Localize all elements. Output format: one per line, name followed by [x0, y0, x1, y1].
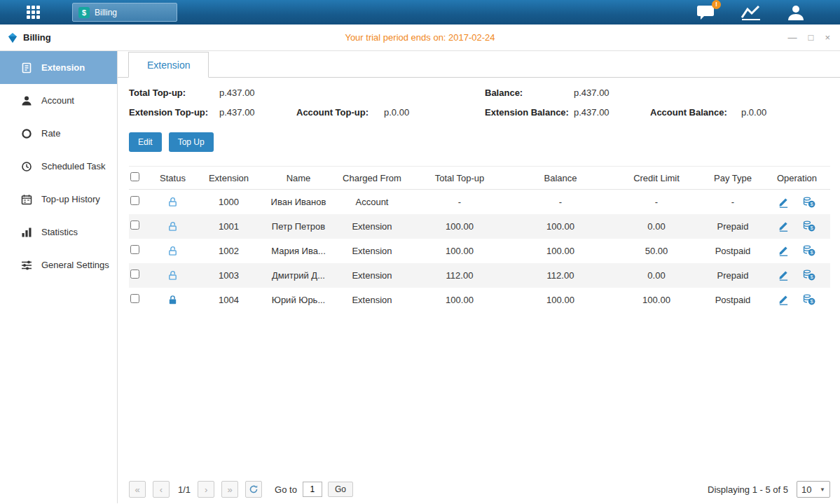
col-extension: Extension: [195, 167, 262, 190]
credit-limit-cell: 50.00: [611, 239, 702, 263]
minimize-icon[interactable]: —: [788, 32, 797, 43]
go-button[interactable]: Go: [328, 482, 353, 497]
row-checkbox[interactable]: [130, 245, 139, 254]
col-credit-limit: Credit Limit: [611, 167, 702, 190]
credit-limit-cell: 0.00: [611, 214, 702, 239]
extension-cell: 1000: [195, 190, 262, 214]
balance-cell: 100.00: [510, 239, 611, 263]
extensions-table: Status Extension Name Charged From Total…: [129, 166, 830, 312]
name-cell: Петр Петров: [262, 214, 335, 239]
select-all-checkbox[interactable]: [130, 172, 139, 181]
status-lock-icon: [167, 270, 178, 280]
row-checkbox[interactable]: [130, 270, 139, 279]
sidebar-item-scheduled-task[interactable]: Scheduled Task: [0, 150, 117, 183]
page-size-select[interactable]: 10 ▼: [797, 481, 830, 498]
extension-topup-label: Extension Top-up:: [129, 107, 219, 118]
total-topup-cell: 100.00: [409, 288, 510, 312]
col-charged-from: Charged From: [335, 167, 409, 190]
charged-from-cell: Extension: [335, 239, 409, 263]
credit-limit-cell: -: [611, 190, 702, 214]
topup-icon[interactable]: $: [803, 197, 815, 208]
row-checkbox[interactable]: [130, 196, 139, 205]
sidebar-item-rate[interactable]: Rate: [0, 117, 117, 150]
balance-value: p.437.00: [574, 88, 650, 98]
pagination-bar: « ‹ 1/1 › » Go to Go Displaying 1 - 5 of…: [129, 481, 830, 498]
balance-cell: -: [510, 190, 611, 214]
col-status: Status: [150, 167, 195, 190]
charged-from-cell: Extension: [335, 214, 409, 239]
topup-icon[interactable]: $: [803, 245, 815, 256]
extension-balance-value: p.437.00: [574, 107, 650, 118]
total-topup-value: p.437.00: [219, 88, 296, 98]
pay-type-cell: Postpaid: [702, 239, 764, 263]
top-up-button[interactable]: Top Up: [169, 132, 214, 152]
billing-tab-label: Billing: [95, 8, 117, 18]
credit-limit-cell: 100.00: [611, 288, 702, 312]
credit-limit-cell: 0.00: [611, 263, 702, 288]
status-lock-icon: [167, 294, 178, 304]
statistics-chart-icon[interactable]: [741, 4, 762, 21]
billing-app-icon: [7, 32, 18, 43]
extension-cell: 1002: [195, 239, 262, 263]
window-title: Billing: [23, 32, 51, 43]
sidebar-item-label: Scheduled Task: [41, 161, 106, 172]
row-checkbox[interactable]: [130, 220, 139, 230]
clock-icon: [21, 161, 32, 172]
edit-icon[interactable]: [778, 197, 789, 208]
table-row[interactable]: 1003 Дмитрий Д... Extension 112.00 112.0…: [129, 263, 830, 288]
apps-grid-icon[interactable]: [27, 6, 40, 19]
edit-icon[interactable]: [778, 220, 789, 232]
edit-icon[interactable]: [778, 294, 789, 305]
extension-cell: 1004: [195, 288, 262, 312]
topbar: $ Billing !: [0, 0, 840, 24]
refresh-button[interactable]: [245, 481, 262, 498]
name-cell: Дмитрий Д...: [262, 263, 335, 288]
notifications-icon[interactable]: !: [696, 4, 715, 21]
maximize-icon[interactable]: □: [808, 32, 814, 43]
sidebar-item-extension[interactable]: Extension: [0, 51, 117, 84]
topup-icon[interactable]: $: [803, 294, 815, 305]
prev-page-button[interactable]: ‹: [153, 481, 170, 498]
bar-chart-icon: [21, 227, 32, 238]
goto-page-input[interactable]: [303, 482, 322, 497]
edit-button[interactable]: Edit: [129, 132, 162, 152]
total-topup-cell: 112.00: [409, 263, 510, 288]
balance-cell: 100.00: [510, 288, 611, 312]
status-lock-icon: [167, 196, 178, 206]
account-balance-label: Account Balance:: [650, 107, 741, 118]
account-balance-value: p.0.00: [741, 107, 829, 118]
table-row[interactable]: 1000 Иван Иванов Account - - - - $: [129, 190, 830, 214]
pay-type-cell: Prepaid: [702, 214, 764, 239]
pay-type-cell: -: [702, 190, 764, 214]
tab-extension[interactable]: Extension: [128, 52, 209, 78]
sidebar-item-topup-history[interactable]: Top-up History: [0, 183, 117, 216]
edit-icon[interactable]: [778, 270, 789, 281]
pay-type-cell: Postpaid: [702, 288, 764, 312]
last-page-button[interactable]: »: [221, 481, 238, 498]
rate-icon: [21, 128, 32, 139]
account-topup-label: Account Top-up:: [296, 107, 384, 118]
first-page-button[interactable]: «: [129, 481, 146, 498]
topup-icon[interactable]: $: [803, 220, 815, 232]
topup-icon[interactable]: $: [803, 270, 815, 281]
row-checkbox[interactable]: [130, 294, 139, 303]
sidebar-item-statistics[interactable]: Statistics: [0, 216, 117, 248]
next-page-button[interactable]: ›: [198, 481, 214, 498]
close-icon[interactable]: ×: [825, 32, 830, 43]
table-row[interactable]: 1004 Юрий Юрь... Extension 100.00 100.00…: [129, 288, 830, 312]
edit-icon[interactable]: [778, 245, 789, 256]
extension-cell: 1001: [195, 214, 262, 239]
balance-cell: 112.00: [510, 263, 611, 288]
settings-sliders-icon: [21, 260, 32, 271]
billing-app-tab[interactable]: $ Billing: [72, 3, 177, 22]
status-lock-icon: [167, 245, 178, 255]
charged-from-cell: Account: [335, 190, 409, 214]
table-row[interactable]: 1001 Петр Петров Extension 100.00 100.00…: [129, 214, 830, 239]
table-row[interactable]: 1002 Мария Ива... Extension 100.00 100.0…: [129, 239, 830, 263]
user-account-icon[interactable]: [787, 4, 805, 21]
sidebar-item-account[interactable]: Account: [0, 84, 117, 117]
name-cell: Иван Иванов: [262, 190, 335, 214]
notification-badge: !: [712, 0, 721, 9]
trial-notice: Your trial period ends on: 2017-02-24: [345, 32, 495, 43]
sidebar-item-general-settings[interactable]: General Settings: [0, 248, 117, 281]
